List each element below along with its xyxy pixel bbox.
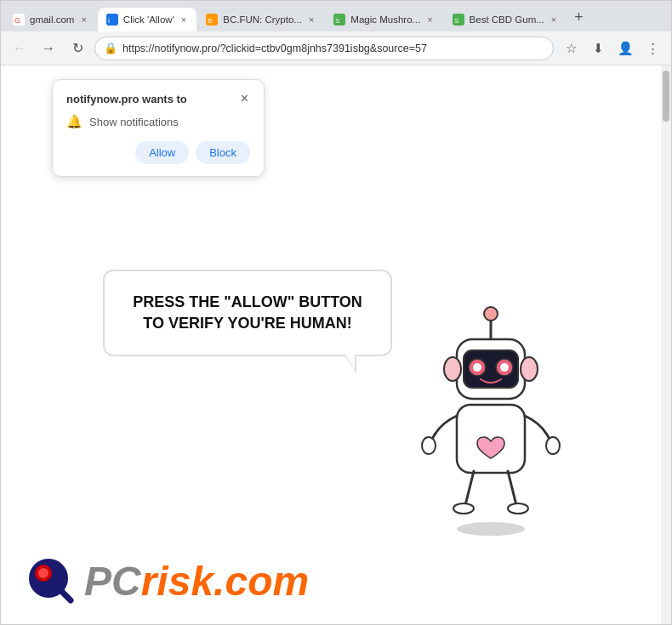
svg-point-23 — [453, 503, 474, 514]
robot-illustration — [406, 301, 576, 539]
tab-bc-fun-label: BC.FUN: Crypto... — [223, 14, 302, 25]
back-button[interactable]: ← — [8, 37, 31, 60]
popup-notification-label: Show notifications — [89, 116, 179, 128]
reload-button[interactable]: ↻ — [65, 37, 89, 60]
tab-gmail-label: gmail.com — [30, 14, 74, 25]
tab-best-cbd-close[interactable]: × — [550, 13, 558, 26]
new-tab-button[interactable]: + — [567, 5, 590, 30]
bell-icon: 🔔 — [66, 114, 83, 129]
pcrisk-text-gray: PC — [84, 559, 141, 604]
content-area: notifynow.pro wants to × 🔔 Show notifica… — [1, 65, 671, 624]
popup-notification-row: 🔔 Show notifications — [66, 114, 250, 129]
forward-button[interactable]: → — [37, 37, 60, 60]
menu-button[interactable]: ⋮ — [641, 37, 664, 60]
pcrisk-text: PCrisk.com — [84, 561, 309, 602]
popup-buttons: Allow Block — [66, 141, 250, 164]
svg-point-18 — [444, 357, 461, 381]
speech-bubble-text: PRESS THE "ALLOW" BUTTON TO VERIFY YOU'R… — [128, 292, 367, 334]
scrollbar-thumb[interactable] — [663, 71, 669, 122]
download-button[interactable]: ⬇ — [586, 37, 610, 60]
svg-point-25 — [457, 522, 525, 536]
tab-magic-mushroom-close[interactable]: × — [425, 13, 434, 26]
allow-button[interactable]: Allow — [135, 141, 189, 164]
pcrisk-icon — [26, 556, 77, 607]
tab-click-allow[interactable]: i Click 'Allow' × — [98, 8, 196, 31]
svg-point-16 — [473, 363, 481, 372]
address-bar[interactable]: 🔒 https://notifynow.pro/?clickid=ctbv0gm… — [94, 37, 554, 60]
tab-magic-mushroom[interactable]: S Magic Mushro... × — [325, 8, 442, 31]
nav-bar: ← → ↻ 🔒 https://notifynow.pro/?clickid=c… — [1, 31, 671, 65]
bookmark-button[interactable]: ☆ — [559, 37, 583, 60]
popup-title: notifynow.pro wants to — [66, 93, 187, 105]
svg-text:G: G — [14, 16, 20, 25]
svg-point-19 — [521, 357, 538, 381]
tab-gmail[interactable]: G gmail.com × — [4, 8, 97, 31]
browser-window: G gmail.com × i Click 'Allow' × B BC.FUN… — [0, 0, 672, 625]
popup-close-button[interactable]: × — [239, 92, 250, 105]
pcrisk-text-orange: risk.com — [141, 559, 309, 604]
address-text: https://notifynow.pro/?clickid=ctbv0gm8j… — [122, 43, 544, 54]
svg-point-22 — [546, 437, 560, 454]
nav-actions: ☆ ⬇ 👤 ⋮ — [559, 37, 664, 60]
svg-point-17 — [500, 363, 509, 372]
lock-icon: 🔒 — [104, 42, 117, 54]
tab-best-cbd[interactable]: S Best CBD Gum... × — [444, 8, 567, 31]
popup-header: notifynow.pro wants to × — [66, 92, 250, 105]
profile-button[interactable]: 👤 — [613, 37, 637, 60]
svg-text:B: B — [208, 17, 212, 25]
svg-point-28 — [38, 568, 48, 578]
tab-click-allow-close[interactable]: × — [179, 13, 188, 26]
tab-gmail-close[interactable]: × — [79, 13, 88, 26]
svg-point-11 — [484, 307, 498, 321]
tab-bc-fun[interactable]: B BC.FUN: Crypto... × — [197, 8, 324, 31]
svg-point-21 — [422, 437, 436, 454]
notification-popup: notifynow.pro wants to × 🔔 Show notifica… — [52, 79, 265, 177]
svg-rect-20 — [457, 405, 525, 473]
svg-text:S: S — [335, 17, 339, 25]
tab-click-allow-label: Click 'Allow' — [123, 14, 174, 25]
speech-bubble-container: PRESS THE "ALLOW" BUTTON TO VERIFY YOU'R… — [103, 270, 392, 356]
scrollbar[interactable] — [661, 65, 671, 624]
page-content: notifynow.pro wants to × 🔔 Show notifica… — [1, 65, 661, 624]
tab-bc-fun-close[interactable]: × — [307, 13, 316, 26]
block-button[interactable]: Block — [196, 141, 250, 164]
tab-bar: G gmail.com × i Click 'Allow' × B BC.FUN… — [1, 1, 671, 31]
pcrisk-logo: PCrisk.com — [26, 556, 309, 607]
svg-text:S: S — [454, 17, 458, 25]
svg-text:i: i — [108, 16, 110, 25]
tab-best-cbd-label: Best CBD Gum... — [470, 14, 544, 25]
speech-bubble: PRESS THE "ALLOW" BUTTON TO VERIFY YOU'R… — [103, 270, 392, 356]
tab-magic-mushroom-label: Magic Mushro... — [350, 14, 420, 25]
svg-point-24 — [508, 503, 528, 514]
